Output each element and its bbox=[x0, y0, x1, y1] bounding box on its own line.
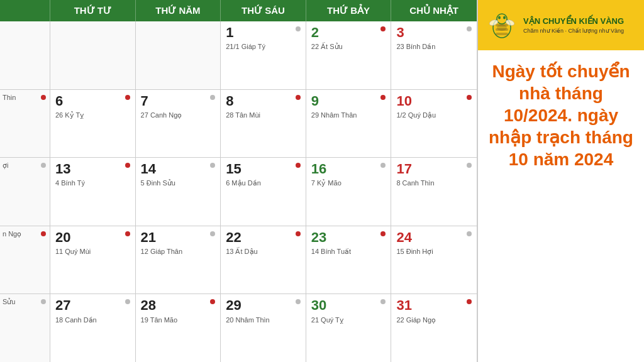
day-cell-21: 21 12 Giáp Thân bbox=[136, 226, 221, 294]
day-number: 14 bbox=[141, 162, 216, 177]
dot-red bbox=[296, 95, 301, 100]
svg-point-6 bbox=[498, 16, 501, 19]
day-cell-empty bbox=[136, 21, 221, 89]
day-cell-27: 27 18 Canh Dần bbox=[50, 294, 136, 362]
calendar-header: THỨ TƯ THỨ NĂM THỨ SÁU THỨ BẢY CHỦ NHẬT bbox=[0, 0, 477, 21]
lunar-date: 29 Nhâm Thân bbox=[311, 111, 386, 119]
day-number: 21 bbox=[141, 230, 216, 245]
day-number: 29 bbox=[226, 298, 301, 313]
lunar-date: 12 Giáp Thân bbox=[141, 248, 216, 255]
dot-red bbox=[41, 231, 46, 236]
day-cell-14: 14 5 Đinh Sửu bbox=[136, 158, 221, 226]
lunar-date: 22 Ất Sửu bbox=[311, 43, 386, 51]
lunar-date: 8 Canh Thìn bbox=[396, 179, 472, 187]
lunar-date: 1/2 Quý Dậu bbox=[396, 111, 472, 119]
svg-rect-4 bbox=[496, 33, 508, 35]
day-number: 9 bbox=[311, 94, 386, 109]
day-cell-16: 16 7 Kỷ Mão bbox=[306, 158, 392, 226]
left-cell-row4: n Ngọ bbox=[0, 226, 50, 294]
lunar-date: 21/1 Giáp Tý bbox=[226, 43, 301, 50]
lunar-date: 5 Đinh Sửu bbox=[141, 179, 216, 187]
dot-gray bbox=[210, 231, 215, 236]
lunar-date: 23 Bính Dần bbox=[396, 43, 472, 51]
left-cell-row1 bbox=[0, 21, 50, 89]
day-number: 1 bbox=[226, 25, 301, 40]
day-number: 30 bbox=[311, 298, 386, 313]
svg-point-5 bbox=[497, 14, 507, 24]
dot-gray bbox=[467, 231, 472, 236]
logo-area: VẬN CHUYỂN KIẾN VÀNG Chăm như Kiến · Chấ… bbox=[478, 0, 644, 50]
calendar-row: Thin 6 26 Kỷ Tỵ 7 27 Canh Ngọ 8 28 Tân M… bbox=[0, 90, 477, 158]
day-cell-13: 13 4 Bính Tý bbox=[50, 158, 136, 226]
calendar-section: THỨ TƯ THỨ NĂM THỨ SÁU THỨ BẢY CHỦ NHẬT … bbox=[0, 0, 478, 362]
side-panel: VẬN CHUYỂN KIẾN VÀNG Chăm như Kiến · Chấ… bbox=[478, 0, 644, 362]
day-number: 24 bbox=[396, 230, 472, 245]
day-number: 13 bbox=[55, 162, 130, 177]
day-cell-empty bbox=[50, 21, 136, 89]
day-cell-24: 24 15 Đinh Hợi bbox=[391, 226, 477, 294]
calendar-row: 1 21/1 Giáp Tý 2 22 Ất Sửu 3 23 Bính Dần bbox=[0, 21, 477, 90]
day-cell-17: 17 8 Canh Thìn bbox=[391, 158, 477, 226]
day-cell-30: 30 21 Quý Tỵ bbox=[306, 294, 392, 362]
calendar-body: 1 21/1 Giáp Tý 2 22 Ất Sửu 3 23 Bính Dần… bbox=[0, 21, 477, 362]
dot-red bbox=[296, 163, 301, 168]
lunar-date: 22 Giáp Ngọ bbox=[396, 316, 472, 324]
lunar-date: 18 Canh Dần bbox=[55, 316, 130, 324]
header-thu-nam: THỨ NĂM bbox=[136, 0, 221, 21]
logo-text-block: VẬN CHUYỂN KIẾN VÀNG Chăm như Kiến · Chấ… bbox=[523, 16, 624, 34]
day-cell-23: 23 14 Bính Tuất bbox=[306, 226, 392, 294]
day-number: 2 bbox=[311, 25, 386, 40]
dot-red bbox=[125, 163, 130, 168]
day-cell-29: 29 20 Nhâm Thìn bbox=[221, 294, 306, 362]
day-cell-31: 31 22 Giáp Ngọ bbox=[391, 294, 477, 362]
day-cell-3: 3 23 Bính Dần bbox=[391, 21, 477, 89]
day-number: 20 bbox=[55, 230, 130, 245]
dot-red bbox=[125, 231, 130, 236]
dot-red bbox=[467, 95, 472, 100]
lunar-date: 14 Bính Tuất bbox=[311, 248, 386, 256]
day-number: 6 bbox=[55, 94, 130, 109]
day-number: 28 bbox=[141, 298, 216, 313]
dot-gray bbox=[125, 299, 130, 304]
lunar-date: 21 Quý Tỵ bbox=[311, 316, 386, 324]
day-number: 23 bbox=[311, 230, 386, 245]
day-number: 22 bbox=[226, 230, 301, 245]
dot-red bbox=[125, 95, 130, 100]
day-number: 7 bbox=[141, 94, 216, 109]
day-number: 15 bbox=[226, 162, 301, 177]
lunar-date: 27 Canh Ngọ bbox=[141, 111, 216, 119]
logo-subtitle: Chăm như Kiến · Chất lượng như Vàng bbox=[523, 28, 624, 34]
day-cell-2: 2 22 Ất Sửu bbox=[306, 21, 392, 89]
lunar-date: 11 Quý Mùi bbox=[55, 248, 130, 255]
lunar-date: 20 Nhâm Thìn bbox=[226, 316, 301, 324]
lunar-date: 26 Kỷ Tỵ bbox=[55, 111, 130, 119]
header-thu-bay: THỨ BẢY bbox=[306, 0, 392, 21]
day-cell-1: 1 21/1 Giáp Tý bbox=[221, 21, 306, 89]
lunar-date: 4 Bính Tý bbox=[55, 179, 130, 187]
day-cell-22: 22 13 Ất Dậu bbox=[221, 226, 306, 294]
svg-rect-3 bbox=[496, 28, 508, 31]
promo-text-area: Ngày tốt chuyển nhà tháng 10/2024. ngày … bbox=[478, 50, 644, 362]
calendar-row: ợi 13 4 Bính Tý 14 5 Đinh Sửu 15 6 Mậu D… bbox=[0, 158, 477, 226]
bee-icon bbox=[486, 9, 518, 41]
header-thu-tu: THỨ TƯ bbox=[50, 0, 136, 21]
lunar-date: 28 Tân Mùi bbox=[226, 111, 301, 119]
day-cell-9: 9 29 Nhâm Thân bbox=[306, 90, 392, 158]
lunar-date: 15 Đinh Hợi bbox=[396, 248, 472, 256]
lunar-date: 7 Kỷ Mão bbox=[311, 179, 386, 187]
left-cell-row3: ợi bbox=[0, 158, 50, 226]
day-cell-6: 6 26 Kỷ Tỵ bbox=[50, 90, 136, 158]
day-number: 3 bbox=[396, 25, 472, 40]
calendar-row: Sửu 27 18 Canh Dần 28 19 Tân Mão 29 20 N… bbox=[0, 294, 477, 362]
calendar-row: n Ngọ 20 11 Quý Mùi 21 12 Giáp Thân 22 1… bbox=[0, 226, 477, 295]
day-number: 8 bbox=[226, 94, 301, 109]
dot-gray bbox=[467, 26, 472, 31]
day-number: 31 bbox=[396, 298, 472, 313]
svg-point-7 bbox=[503, 16, 506, 19]
dot-red bbox=[41, 95, 46, 100]
logo-title: VẬN CHUYỂN KIẾN VÀNG bbox=[523, 16, 624, 26]
day-cell-7: 7 27 Canh Ngọ bbox=[136, 90, 221, 158]
dot-red bbox=[380, 95, 386, 100]
lunar-date: 19 Tân Mão bbox=[141, 316, 216, 324]
header-thu-sau: THỨ SÁU bbox=[221, 0, 306, 21]
